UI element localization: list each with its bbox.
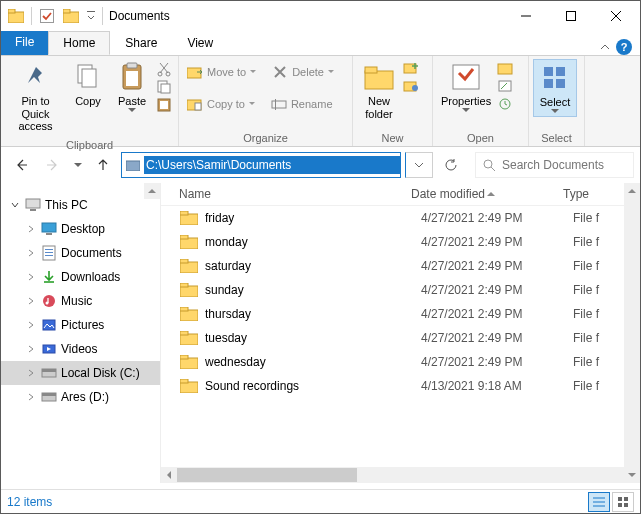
- horizontal-scrollbar[interactable]: [161, 467, 640, 483]
- address-dropdown-button[interactable]: [405, 152, 433, 178]
- group-label-organize: Organize: [179, 131, 352, 146]
- tree-item[interactable]: Music: [1, 289, 160, 313]
- tab-file[interactable]: File: [1, 31, 48, 55]
- svg-rect-58: [180, 262, 198, 273]
- paste-shortcut-icon[interactable]: [156, 97, 172, 113]
- easy-access-icon[interactable]: [403, 79, 419, 95]
- up-button[interactable]: [89, 151, 117, 179]
- chevron-right-icon[interactable]: [25, 225, 37, 233]
- paste-button[interactable]: Paste: [110, 59, 154, 115]
- tab-view[interactable]: View: [172, 31, 228, 55]
- tree-item[interactable]: Ares (D:): [1, 385, 160, 409]
- folder-icon: [179, 305, 199, 323]
- search-box[interactable]: Search Documents: [475, 152, 634, 178]
- qat-dropdown-icon[interactable]: [86, 7, 96, 25]
- this-pc-icon: [25, 197, 41, 213]
- copy-button[interactable]: Copy: [66, 59, 110, 110]
- tree-item[interactable]: Videos: [1, 337, 160, 361]
- chevron-right-icon[interactable]: [25, 393, 37, 401]
- navpane-scroll-up[interactable]: [144, 183, 160, 199]
- tree-item-label: Pictures: [61, 318, 104, 332]
- chevron-right-icon[interactable]: [25, 369, 37, 377]
- disk-icon: [41, 365, 57, 381]
- chevron-down-icon[interactable]: [9, 201, 21, 209]
- svg-rect-45: [45, 255, 53, 256]
- file-row[interactable]: friday4/27/2021 2:49 PMFile f: [161, 206, 640, 230]
- file-row[interactable]: saturday4/27/2021 2:49 PMFile f: [161, 254, 640, 278]
- svg-rect-61: [180, 283, 188, 287]
- refresh-button[interactable]: [437, 151, 465, 179]
- cut-icon[interactable]: [156, 61, 172, 77]
- scroll-down-icon[interactable]: [624, 467, 640, 483]
- open-icon[interactable]: [497, 61, 513, 77]
- tab-home[interactable]: Home: [48, 31, 110, 55]
- folder-icon: [179, 281, 199, 299]
- back-button[interactable]: [7, 151, 35, 179]
- svg-rect-53: [42, 393, 56, 396]
- chevron-right-icon[interactable]: [25, 273, 37, 281]
- qat-checkbox-icon[interactable]: [38, 7, 56, 25]
- rename-button[interactable]: Rename: [267, 94, 337, 114]
- qat-folder-icon[interactable]: [62, 7, 80, 25]
- chevron-right-icon[interactable]: [25, 297, 37, 305]
- column-header-name[interactable]: Name: [173, 187, 411, 201]
- status-item-count: 12 items: [7, 495, 52, 509]
- svg-rect-68: [180, 382, 198, 393]
- new-item-icon[interactable]: [403, 61, 419, 77]
- move-to-button[interactable]: Move to: [183, 62, 260, 82]
- copy-to-button[interactable]: Copy to: [183, 94, 259, 114]
- help-icon[interactable]: ?: [616, 39, 632, 55]
- tree-item[interactable]: Documents: [1, 241, 160, 265]
- navigation-pane[interactable]: This PC DesktopDocumentsDownloadsMusicPi…: [1, 183, 161, 483]
- svg-point-47: [46, 302, 49, 305]
- file-row[interactable]: Sound recordings4/13/2021 9:18 AMFile f: [161, 374, 640, 398]
- properties-button[interactable]: Properties: [437, 59, 495, 115]
- recent-locations-button[interactable]: [71, 151, 85, 179]
- tree-item[interactable]: Local Disk (C:): [1, 361, 160, 385]
- copy-path-icon[interactable]: [156, 79, 172, 95]
- chevron-right-icon[interactable]: [25, 249, 37, 257]
- file-row[interactable]: tuesday4/27/2021 2:49 PMFile f: [161, 326, 640, 350]
- file-row[interactable]: wednesday4/27/2021 2:49 PMFile f: [161, 350, 640, 374]
- tab-share[interactable]: Share: [110, 31, 172, 55]
- file-name: friday: [199, 211, 421, 225]
- address-bar[interactable]: [121, 152, 401, 178]
- ribbon-collapse-icon[interactable]: [600, 42, 610, 52]
- pin-to-quick-access-button[interactable]: Pin to Quick access: [5, 59, 66, 135]
- address-input[interactable]: [144, 156, 400, 174]
- new-folder-button[interactable]: New folder: [357, 59, 401, 122]
- tree-this-pc[interactable]: This PC: [1, 193, 160, 217]
- delete-button[interactable]: Delete: [268, 62, 338, 82]
- details-view-button[interactable]: [588, 492, 610, 512]
- svg-rect-5: [87, 11, 95, 12]
- minimize-button[interactable]: [503, 2, 548, 30]
- history-icon[interactable]: [497, 97, 513, 113]
- chevron-right-icon[interactable]: [25, 321, 37, 329]
- scroll-left-icon[interactable]: [161, 471, 177, 479]
- svg-rect-51: [42, 369, 56, 372]
- svg-rect-10: [127, 63, 137, 68]
- column-header-date[interactable]: Date modified: [411, 187, 563, 201]
- vertical-scrollbar[interactable]: [624, 183, 640, 483]
- search-icon: [482, 158, 496, 172]
- file-name: tuesday: [199, 331, 421, 345]
- file-row[interactable]: thursday4/27/2021 2:49 PMFile f: [161, 302, 640, 326]
- file-row[interactable]: monday4/27/2021 2:49 PMFile f: [161, 230, 640, 254]
- window-title: Documents: [109, 9, 170, 23]
- tree-item[interactable]: Desktop: [1, 217, 160, 241]
- svg-rect-62: [180, 310, 198, 321]
- scroll-up-icon[interactable]: [624, 183, 640, 199]
- file-row[interactable]: sunday4/27/2021 2:49 PMFile f: [161, 278, 640, 302]
- svg-rect-34: [544, 79, 553, 88]
- forward-button[interactable]: [39, 151, 67, 179]
- edit-icon[interactable]: [497, 79, 513, 95]
- large-icons-view-button[interactable]: [612, 492, 634, 512]
- close-button[interactable]: [593, 2, 638, 30]
- maximize-button[interactable]: [548, 2, 593, 30]
- select-button[interactable]: Select: [533, 59, 577, 117]
- svg-rect-0: [8, 12, 24, 23]
- tree-item[interactable]: Pictures: [1, 313, 160, 337]
- chevron-right-icon[interactable]: [25, 345, 37, 353]
- tree-item[interactable]: Downloads: [1, 265, 160, 289]
- file-date: 4/27/2021 2:49 PM: [421, 331, 573, 345]
